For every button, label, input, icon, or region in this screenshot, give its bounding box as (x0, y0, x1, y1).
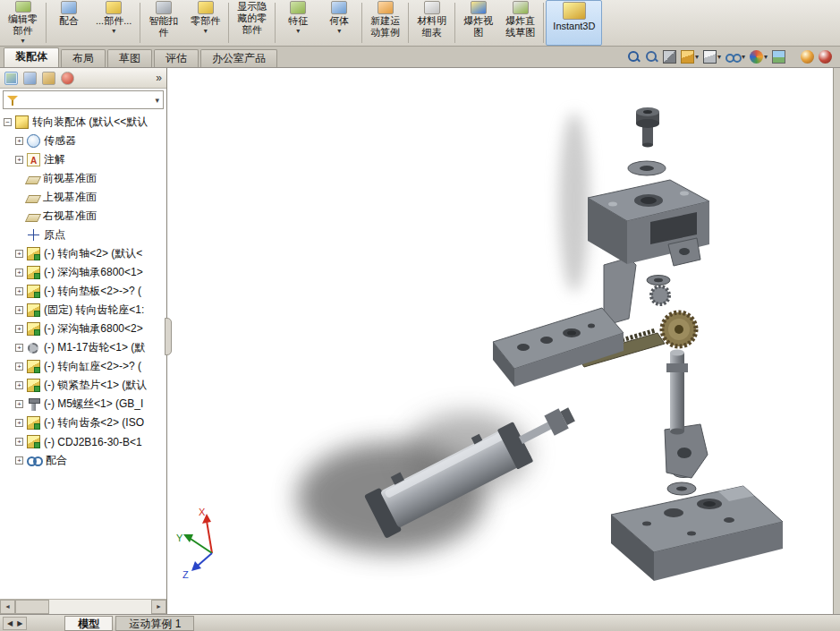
view-tool-zoom-area[interactable] (644, 49, 659, 64)
view-tool-apply-scene[interactable] (771, 49, 786, 64)
tree-item-bearing-6800-2[interactable]: +(-) 深沟轴承6800<2> (0, 320, 166, 338)
tab-sketch[interactable]: 草图 (107, 49, 152, 67)
ribbon-button-smart-fasteners[interactable]: 智能扣件 (142, 0, 184, 46)
view-tool-section-view[interactable] (662, 49, 677, 64)
view-tool-hide-show-items[interactable]: ▾ (725, 49, 746, 64)
expand-toggle-icon[interactable]: + (15, 419, 23, 427)
expand-toggle-icon[interactable]: + (15, 287, 23, 295)
ribbon-button-new-motion-study[interactable]: 新建运动算例 (364, 0, 406, 46)
tab-layout[interactable]: 布局 (61, 49, 106, 67)
ribbon-button-insert-components[interactable]: ...部件...▾ (89, 0, 138, 46)
orientation-triad: X Y Z (176, 507, 212, 580)
ribbon-button-show-hidden-components[interactable]: 显示隐藏的零部件 (231, 0, 273, 46)
tree-item-steering-pad[interactable]: +(-) 转向垫板<2>->? ( (0, 282, 166, 301)
tree-item-root-assembly[interactable]: −转向装配体 (默认<<默认 (0, 113, 166, 132)
tree-item-mates[interactable]: +配合 (0, 451, 166, 470)
filter-dropdown-arrow-icon[interactable]: ▾ (155, 96, 159, 105)
panel-splitter-grip[interactable] (165, 318, 172, 355)
tree-item-top-plane[interactable]: 上视基准面 (0, 188, 166, 207)
ribbon-button-exploded-view[interactable]: 爆炸视图 (457, 0, 499, 46)
expand-toggle-icon[interactable]: + (15, 325, 23, 333)
panel-tab-propertymanager[interactable] (23, 72, 37, 85)
scroll-right-button[interactable]: ► (151, 600, 166, 614)
part-cylinder-seat-arm[interactable] (493, 258, 636, 387)
reference-geometry-icon (331, 1, 347, 14)
tree-item-gear-seat[interactable]: +(固定) 转向齿轮座<1: (0, 301, 166, 320)
tree-item-front-plane[interactable]: 前视基准面 (0, 169, 166, 188)
tree-item-bearing-6800-1[interactable]: +(-) 深沟轴承6800<1> (0, 263, 166, 282)
tab-motion-study-1[interactable]: 运动算例 1 (115, 616, 194, 631)
expand-toggle-icon[interactable]: − (4, 118, 12, 126)
panel-tab-configurationmanager[interactable] (42, 72, 55, 85)
tree-item-m5-screw[interactable]: +(-) M5螺丝<1> (GB_I (0, 395, 166, 414)
part-gear-m1-17[interactable] (662, 312, 696, 346)
expand-toggle-icon[interactable]: + (15, 250, 23, 258)
view-tool-edit-appearance[interactable]: ▾ (749, 49, 768, 64)
tree-item-steering-rack[interactable]: +(-) 转向齿条<2> (ISO (0, 414, 166, 432)
ribbon-button-features[interactable]: 特征▾ (277, 0, 318, 46)
expand-toggle-icon[interactable]: + (15, 344, 23, 352)
ribbon-button-bill-of-materials[interactable]: 材料明细表 (411, 0, 453, 46)
tree-item-label: 原点 (44, 227, 65, 243)
filter-bar[interactable]: ▾ (3, 90, 164, 109)
expand-toggle-icon[interactable]: + (15, 400, 23, 408)
part-m5-screw[interactable] (636, 107, 659, 148)
tab-office-products[interactable]: 办公室产品 (200, 49, 277, 67)
tree-item-right-plane[interactable]: 右视基准面 (0, 207, 166, 226)
view-tool-view-orientation[interactable]: ▾ (680, 49, 700, 64)
tab-model[interactable]: 模型 (64, 616, 113, 631)
tree-item-gear-m1-17[interactable]: +(-) M1-17齿轮<1> (默 (0, 338, 166, 357)
tab-evaluate[interactable]: 评估 (154, 49, 199, 67)
task-pane-strip[interactable] (833, 68, 840, 614)
scroll-left-button[interactable]: ◄ (0, 600, 15, 614)
nav-right-icon[interactable]: ▶ (17, 619, 22, 627)
scroll-track[interactable] (15, 600, 151, 614)
view-tool-realview[interactable] (800, 49, 815, 64)
part-base-plate[interactable] (611, 486, 783, 581)
expand-toggle-icon[interactable]: + (15, 456, 23, 465)
panel-horizontal-scrollbar[interactable]: ◄ ► (0, 599, 166, 614)
view-tool-zoom-fit[interactable] (626, 49, 641, 64)
tree-item-cylinder-seat[interactable]: +(-) 转向缸座<2>->? ( (0, 357, 166, 376)
expand-toggle-icon[interactable]: + (15, 438, 23, 446)
expand-toggle-icon[interactable]: + (15, 269, 23, 277)
part-bearing-stack[interactable] (647, 276, 670, 305)
part-gear-seat-block[interactable] (588, 180, 709, 266)
tree-item-label: (固定) 转向齿轮座<1: (44, 303, 144, 318)
tree-item-origin[interactable]: 原点 (0, 226, 166, 244)
view-tool-options[interactable] (818, 49, 833, 64)
tree-item-sensors[interactable]: +传感器 (0, 132, 166, 150)
tree-item-annotations[interactable]: +注解 (0, 150, 166, 169)
part-icon (27, 435, 40, 448)
expand-toggle-icon[interactable]: + (15, 381, 23, 389)
plane-icon (25, 176, 41, 184)
expand-toggle-icon[interactable]: + (15, 137, 23, 145)
ribbon-button-component[interactable]: 零部件▾ (184, 0, 226, 46)
expand-toggle-icon[interactable]: + (15, 156, 23, 164)
nav-left-icon[interactable]: ◀ (7, 619, 13, 627)
tree-item-steering-shaft[interactable]: +(-) 转向轴<2> (默认< (0, 244, 166, 263)
tree-item-lock-washer[interactable]: +(-) 锁紧垫片<1> (默认 (0, 376, 166, 395)
panel-tab-featuremanager[interactable] (4, 72, 18, 85)
part-lock-washer[interactable] (628, 161, 666, 175)
panel-header: » (0, 68, 166, 89)
ribbon-button-reference-geometry[interactable]: 何体▾ (318, 0, 360, 46)
tree-item-cdj2b16[interactable]: +(-) CDJ2B16-30-B<1 (0, 432, 166, 451)
ribbon-button-instant3d[interactable]: Instant3D (546, 0, 602, 46)
annotations-icon (27, 153, 40, 166)
ribbon-button-explode-line-sketch[interactable]: 爆炸直线草图 (499, 0, 541, 46)
expand-toggle-icon[interactable]: + (15, 362, 23, 371)
status-bar: ◀ ▶ 模型 运动算例 1 (0, 614, 840, 631)
view-tool-display-style[interactable]: ▾ (702, 49, 722, 64)
expand-toggle-icon[interactable]: + (15, 306, 23, 314)
scroll-thumb[interactable] (15, 600, 49, 614)
panel-tab-displaymanager[interactable] (61, 72, 74, 85)
study-tab-nav[interactable]: ◀ ▶ (3, 617, 27, 630)
graphics-area[interactable]: X Y Z (167, 68, 833, 614)
part-steering-shaft[interactable] (666, 350, 688, 435)
sensors-icon (27, 134, 40, 148)
panel-collapse-chevron[interactable]: » (156, 72, 162, 83)
ribbon-button-mate[interactable]: 配合 (48, 0, 89, 46)
tab-assembly[interactable]: 装配体 (4, 47, 59, 67)
ribbon-button-edit-component[interactable]: 编辑零部件▾ (2, 0, 44, 46)
